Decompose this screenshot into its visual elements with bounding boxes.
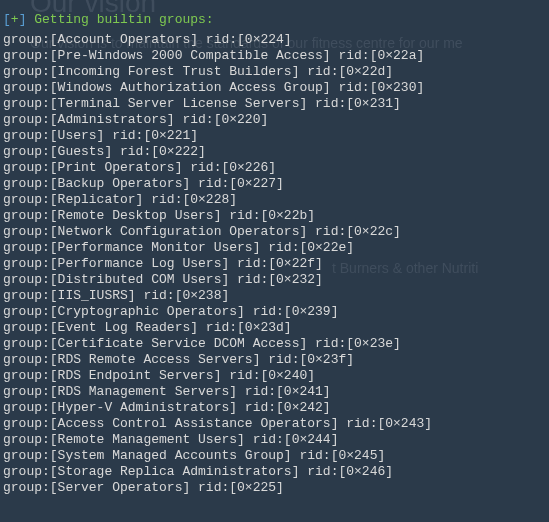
group-line: group:[Pre-Windows 2000 Compatible Acces… [3,48,546,64]
group-line: group:[Guests] rid:[0×222] [3,144,546,160]
group-line: group:[Server Operators] rid:[0×225] [3,480,546,496]
group-line: group:[Terminal Server License Servers] … [3,96,546,112]
group-line: group:[RDS Remote Access Servers] rid:[0… [3,352,546,368]
group-line: group:[Cryptographic Operators] rid:[0×2… [3,304,546,320]
group-line: group:[Incoming Forest Trust Builders] r… [3,64,546,80]
group-line: group:[Access Control Assistance Operato… [3,416,546,432]
group-line: group:[Account Operators] rid:[0×224] [3,32,546,48]
group-line: group:[RDS Endpoint Servers] rid:[0×240] [3,368,546,384]
group-line: group:[Users] rid:[0×221] [3,128,546,144]
group-line: group:[Performance Log Users] rid:[0×22f… [3,256,546,272]
group-line: group:[Print Operators] rid:[0×226] [3,160,546,176]
group-line: group:[Distributed COM Users] rid:[0×232… [3,272,546,288]
group-line: group:[IIS_IUSRS] rid:[0×238] [3,288,546,304]
group-line: group:[Event Log Readers] rid:[0×23d] [3,320,546,336]
group-line: group:[Hyper-V Administrators] rid:[0×24… [3,400,546,416]
group-line: group:[Remote Desktop Users] rid:[0×22b] [3,208,546,224]
group-line: group:[Performance Monitor Users] rid:[0… [3,240,546,256]
group-line: group:[Backup Operators] rid:[0×227] [3,176,546,192]
terminal-output: [+] Getting builtin groups: group:[Accou… [0,0,549,496]
group-line: group:[Replicator] rid:[0×228] [3,192,546,208]
group-line: group:[Storage Replica Administrators] r… [3,464,546,480]
group-line: group:[System Managed Accounts Group] ri… [3,448,546,464]
group-line: group:[Administrators] rid:[0×220] [3,112,546,128]
header-label: Getting builtin groups: [26,12,213,27]
group-line: group:[Network Configuration Operators] … [3,224,546,240]
group-list: group:[Account Operators] rid:[0×224]gro… [3,32,546,496]
group-line: group:[Remote Management Users] rid:[0×2… [3,432,546,448]
group-line: group:[Certificate Service DCOM Access] … [3,336,546,352]
group-line: group:[RDS Management Servers] rid:[0×24… [3,384,546,400]
section-header: [+] Getting builtin groups: [3,0,546,32]
plus-icon: + [11,12,19,27]
bracket-open: [ [3,12,11,27]
group-line: group:[Windows Authorization Access Grou… [3,80,546,96]
